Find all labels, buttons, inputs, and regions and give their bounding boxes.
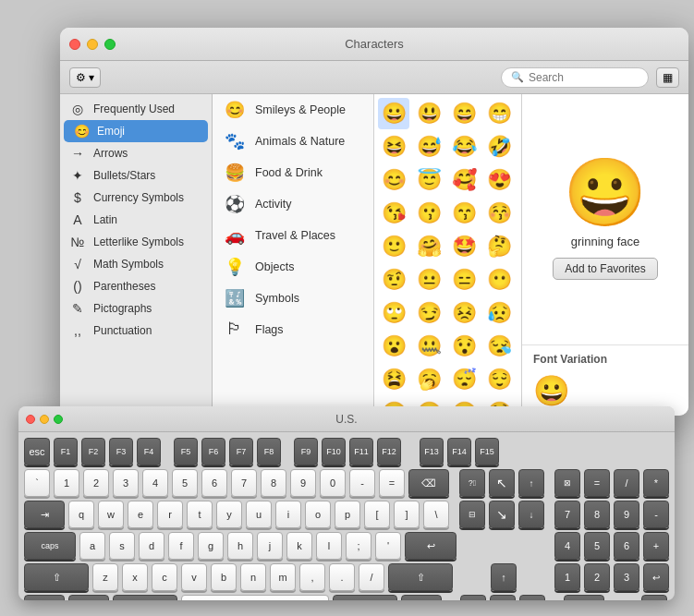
key-b[interactable]: b [211,563,237,591]
emoji-cell[interactable]: 😪 [484,331,516,362]
key-num2[interactable]: 2 [584,563,610,591]
key-5[interactable]: 5 [172,469,198,497]
sidebar-item-punctuation[interactable]: ,, Punctuation [60,320,212,342]
category-food[interactable]: 🍔 Food & Drink [213,157,373,188]
category-animals[interactable]: 🐾 Animals & Nature [213,126,373,157]
key-9[interactable]: 9 [290,469,316,497]
emoji-cell[interactable]: 🤐 [413,331,444,362]
sidebar-item-frequently-used[interactable]: ◎ Frequently Used [60,98,212,120]
key-l[interactable]: l [316,532,342,560]
emoji-cell[interactable]: 🥱 [413,364,444,395]
key-rcmd[interactable]: ⌘ [333,595,397,600]
key-8[interactable]: 8 [261,469,286,497]
key-f14[interactable]: F14 [447,438,471,465]
key-num5[interactable]: 5 [584,532,610,560]
key-num-equals[interactable]: = [584,469,610,497]
key-e[interactable]: e [128,501,153,528]
emoji-cell[interactable]: 😚 [484,198,516,229]
key-left[interactable]: ← [460,595,486,600]
emoji-cell[interactable]: 😥 [484,297,516,329]
key-minus[interactable]: - [349,469,375,497]
key-v[interactable]: v [181,563,207,591]
key-3[interactable]: 3 [113,469,139,497]
key-r[interactable]: r [157,501,183,528]
key-f3[interactable]: F3 [109,438,133,465]
key-lalt[interactable]: ⌥ [68,595,109,600]
key-y[interactable]: y [216,501,242,528]
emoji-cell[interactable]: 😗 [413,198,444,229]
key-num8[interactable]: 8 [584,501,610,528]
key-num0[interactable]: 0 [564,595,604,600]
emoji-cell[interactable]: 😂 [449,131,481,163]
emoji-cell[interactable]: 🤨 [378,264,409,296]
key-rshift[interactable]: ⇧ [388,563,453,591]
key-pgup[interactable]: ↑ [518,469,544,497]
key-semicolon[interactable]: ; [346,532,371,560]
maximize-button[interactable] [104,39,116,50]
emoji-cell[interactable]: 😅 [413,131,444,163]
sidebar-item-math[interactable]: √ Math Symbols [60,253,212,275]
key-f15[interactable]: F15 [475,438,499,465]
emoji-cell[interactable]: 😆 [378,131,409,163]
key-del[interactable]: ⊟ [459,501,485,528]
key-f4[interactable]: F4 [137,438,161,465]
emoji-cell[interactable]: 😴 [449,364,481,395]
grid-view-button[interactable]: ▦ [656,67,679,88]
sidebar-item-currency[interactable]: $ Currency Symbols [60,187,212,209]
key-u[interactable]: u [246,501,272,528]
category-symbols[interactable]: 🔣 Symbols [213,283,373,314]
emoji-cell[interactable]: 😊 [378,164,409,196]
category-smileys[interactable]: 😊 Smileys & People [213,94,373,126]
key-s[interactable]: s [109,532,135,560]
key-x[interactable]: x [122,563,148,591]
key-num4[interactable]: 4 [554,532,580,560]
key-g[interactable]: g [198,532,224,560]
emoji-cell[interactable]: 🥰 [449,164,481,196]
key-equals[interactable]: = [379,469,405,497]
sidebar-item-latin[interactable]: A Latin [60,209,212,231]
close-button[interactable] [69,39,80,50]
key-pgdn[interactable]: ↓ [518,501,544,528]
emoji-cell[interactable]: 😍 [484,164,516,196]
key-f11[interactable]: F11 [349,438,373,465]
key-home[interactable]: ↖ [489,469,515,497]
key-lbracket[interactable]: [ [364,501,390,528]
key-c[interactable]: c [152,563,177,591]
key-0[interactable]: 0 [320,469,346,497]
sidebar-item-arrows[interactable]: → Arrows [60,142,212,164]
emoji-cell[interactable]: 😁 [484,98,516,129]
key-num-minus[interactable]: - [643,501,669,528]
emoji-cell[interactable]: 😮 [378,331,409,362]
emoji-cell[interactable]: 🤗 [413,231,444,262]
key-return[interactable]: ↩ [405,532,457,560]
key-num-plus[interactable]: + [643,532,669,560]
sidebar-item-pictographs[interactable]: ✎ Pictographs [60,297,212,320]
sidebar-item-bullets[interactable]: ✦ Bullets/Stars [60,164,212,187]
key-m[interactable]: m [270,563,296,591]
key-help[interactable]: ?⃝ [459,469,485,497]
key-2[interactable]: 2 [83,469,109,497]
emoji-cell[interactable]: 😌 [484,364,516,395]
key-esc[interactable]: esc [24,438,50,465]
key-t[interactable]: t [187,501,213,528]
key-q[interactable]: q [68,501,94,528]
key-num-slash[interactable]: / [614,469,639,497]
key-p[interactable]: p [335,501,360,528]
emoji-cell[interactable]: 😫 [378,364,409,395]
key-num-star[interactable]: * [643,469,669,497]
key-space[interactable] [181,595,329,600]
emoji-cell[interactable]: 🤩 [449,231,481,262]
key-f9[interactable]: F9 [294,438,318,465]
emoji-cell[interactable]: 🤣 [484,131,516,163]
key-lctrl[interactable]: ^ [24,595,65,600]
sidebar-item-letterlike[interactable]: № Letterlike Symbols [60,231,212,253]
key-f13[interactable]: F13 [420,438,444,465]
key-k[interactable]: k [286,532,312,560]
key-n[interactable]: n [240,563,266,591]
key-1[interactable]: 1 [54,469,79,497]
emoji-cell[interactable]: 😯 [449,331,481,362]
key-numlock[interactable]: ⊠ [554,469,580,497]
kb-close-button[interactable] [26,415,35,424]
key-num-dot[interactable]: ⌦ [641,595,667,600]
kb-minimize-button[interactable] [40,415,49,424]
